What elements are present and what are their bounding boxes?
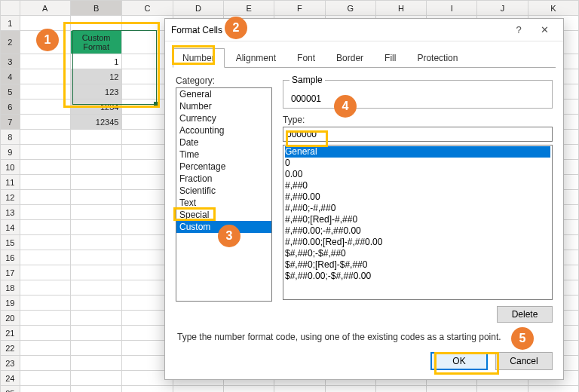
category-label: Category: bbox=[176, 75, 272, 86]
dialog-title: Format Cells bbox=[171, 25, 506, 35]
tab-protection[interactable]: Protection bbox=[407, 48, 467, 68]
help-button[interactable]: ? bbox=[506, 24, 532, 35]
tab-border[interactable]: Border bbox=[326, 48, 373, 68]
tab-alignment[interactable]: Alignment bbox=[226, 48, 286, 68]
format-cells-dialog: Format Cells ? ✕ NumberAlignmentFontBord… bbox=[164, 18, 564, 380]
type-label: Type: bbox=[283, 115, 553, 125]
tab-number[interactable]: Number bbox=[173, 48, 225, 68]
format-list[interactable]: General00.00#,##0#,##0.00#,##0;-#,##0#,#… bbox=[283, 145, 553, 300]
tab-font[interactable]: Font bbox=[287, 48, 325, 68]
type-input[interactable] bbox=[283, 127, 553, 142]
sample-value: 000001 bbox=[291, 93, 321, 104]
delete-button[interactable]: Delete bbox=[497, 306, 553, 323]
cancel-button[interactable]: Cancel bbox=[495, 352, 553, 370]
ok-button[interactable]: OK bbox=[430, 352, 488, 370]
close-button[interactable]: ✕ bbox=[532, 24, 557, 35]
tab-fill[interactable]: Fill bbox=[375, 48, 406, 68]
category-list[interactable]: GeneralNumberCurrencyAccountingDateTimeP… bbox=[176, 87, 272, 302]
sample-label: Sample bbox=[290, 75, 325, 85]
hint-text: Type the number format code, using one o… bbox=[177, 332, 551, 342]
